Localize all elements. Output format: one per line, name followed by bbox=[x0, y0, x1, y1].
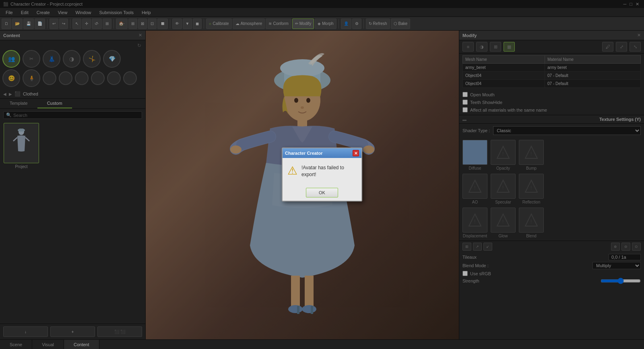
modal-footer: OK bbox=[283, 185, 361, 201]
modal-body: ⚠ !Avatar has failed to export! bbox=[283, 158, 361, 185]
modal-message-text: !Avatar has failed to export! bbox=[301, 164, 357, 178]
modal-close-button[interactable]: ✕ bbox=[353, 150, 359, 156]
modal-title-text: Character Creator bbox=[285, 151, 323, 156]
warning-icon: ⚠ bbox=[287, 165, 297, 177]
modal-titlebar: Character Creator ✕ bbox=[283, 148, 361, 158]
modal-dialog: Character Creator ✕ ⚠ !Avatar has failed… bbox=[282, 147, 362, 202]
ok-button[interactable]: OK bbox=[306, 188, 338, 197]
modal-overlay: Character Creator ✕ ⚠ !Avatar has failed… bbox=[0, 0, 644, 349]
